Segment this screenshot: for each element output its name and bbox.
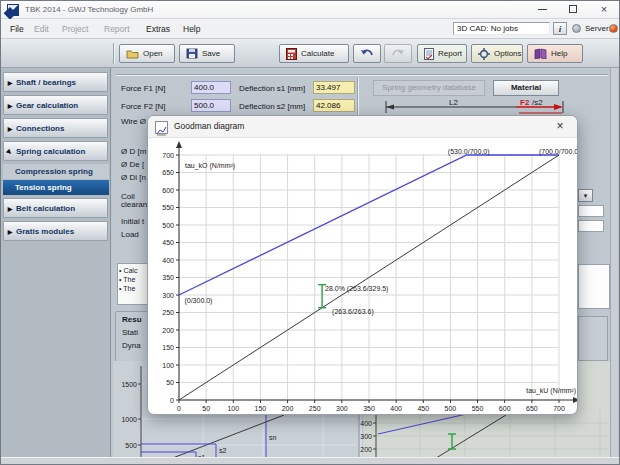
sidebar-item-belt-calculation[interactable]: ▶Belt calculation: [3, 198, 108, 218]
initial-tension-label: Initial t: [121, 217, 144, 226]
svg-text:400: 400: [162, 257, 174, 264]
svg-text:100: 100: [227, 405, 239, 412]
svg-text:300: 300: [162, 292, 174, 299]
svg-text:650: 650: [526, 405, 538, 412]
spring-geometry-database-button[interactable]: Spring geometry database: [373, 80, 485, 96]
diameter-di-label: Ø Di [n: [121, 173, 146, 182]
server-status-led: [609, 24, 618, 33]
report-document-icon: [424, 48, 434, 60]
svg-text:350: 350: [162, 274, 174, 281]
options-button[interactable]: Options: [471, 44, 523, 63]
svg-text:(530.0/700.0): (530.0/700.0): [448, 148, 490, 156]
gear-icon: [478, 48, 490, 60]
menu-edit[interactable]: Edit: [30, 22, 53, 36]
info-button[interactable]: i: [553, 22, 567, 35]
right-input-field[interactable]: [578, 205, 604, 217]
dropdown-button[interactable]: ▼: [578, 189, 593, 202]
svg-text:200: 200: [162, 327, 174, 334]
sidebar: ▶Shaft / bearings ▶Gear calculation ▶Con…: [1, 68, 111, 457]
svg-text:400: 400: [390, 405, 402, 412]
deflection-s1-value: 33.497: [313, 81, 355, 94]
save-button[interactable]: Save: [179, 44, 235, 63]
menu-help[interactable]: Help: [179, 22, 204, 36]
sidebar-item-compression-spring[interactable]: Compression spring: [3, 164, 109, 179]
open-folder-icon: [126, 48, 139, 59]
menu-report[interactable]: Report: [100, 22, 134, 36]
menu-extras[interactable]: Extras: [142, 22, 174, 36]
sidebar-item-spring-calculation[interactable]: ▶Spring calculation: [3, 141, 108, 161]
redo-button[interactable]: [384, 44, 412, 63]
cad-status-field: 3D CAD: No jobs: [453, 22, 550, 35]
close-button[interactable]: ×: [589, 1, 619, 19]
svg-text:0: 0: [177, 405, 181, 412]
svg-text:0: 0: [170, 397, 174, 404]
help-button[interactable]: Help: [527, 44, 583, 63]
svg-text:300: 300: [336, 405, 348, 412]
menu-project[interactable]: Project: [58, 22, 92, 36]
right-group-panel: [578, 264, 610, 309]
menu-bar: File Edit Project Report Extras Help 3D …: [1, 19, 619, 39]
load-label: Load: [121, 230, 139, 239]
left-chart-tick: 500: [125, 442, 137, 449]
status-bar: [1, 457, 619, 465]
help-book-icon: [534, 48, 547, 59]
deflection-s2-label: Deflection s2 [mm]: [239, 102, 305, 111]
collapsed-arrow-icon: ▶: [4, 79, 16, 86]
sidebar-item-tension-spring[interactable]: Tension spring: [3, 180, 109, 195]
maximize-button[interactable]: [558, 1, 588, 19]
toolbar: Open Save Calculate Report Options Help: [1, 39, 619, 68]
sidebar-item-gear-calculation[interactable]: ▶Gear calculation: [3, 95, 108, 115]
svg-text:tau_kO (N/mm²): tau_kO (N/mm²): [185, 162, 235, 170]
svg-text:(0/300.0): (0/300.0): [184, 297, 212, 305]
minimize-button[interactable]: [527, 1, 557, 19]
deflection-s1-label: Deflection s1 [mm]: [239, 84, 305, 93]
app-icon: [7, 4, 19, 16]
dialog-title-bar[interactable]: Goodman diagram ×: [148, 116, 577, 138]
sidebar-item-connections[interactable]: ▶Connections: [3, 118, 108, 138]
svg-text:(700.0/700.0): (700.0/700.0): [539, 148, 577, 156]
svg-text:450: 450: [162, 239, 174, 246]
dialog-close-icon[interactable]: ×: [552, 119, 568, 133]
application-window: TBK 2014 - GWJ Technology GmbH × File Ed…: [0, 0, 620, 465]
title-bar: TBK 2014 - GWJ Technology GmbH ×: [1, 1, 619, 19]
window-title: TBK 2014 - GWJ Technology GmbH: [25, 5, 153, 14]
dim-l2-label: L2: [449, 98, 458, 107]
svg-text:550: 550: [162, 204, 174, 211]
dim-f2-label: F2: [520, 98, 530, 107]
dim-s2-label: /s2: [532, 98, 543, 107]
calculate-button[interactable]: Calculate: [279, 44, 349, 63]
sidebar-item-shaft-bearings[interactable]: ▶Shaft / bearings: [3, 72, 108, 92]
deflection-s2-value: 42.086: [313, 99, 355, 112]
svg-text:600: 600: [499, 405, 511, 412]
svg-text:700: 700: [162, 152, 174, 159]
svg-text:650: 650: [162, 169, 174, 176]
goodman-chart: 0501001502002503003504004505005506006507…: [148, 138, 577, 415]
scroll-gutter: [610, 68, 618, 457]
svg-text:450: 450: [417, 405, 429, 412]
material-button[interactable]: Material: [493, 80, 559, 96]
open-button[interactable]: Open: [119, 44, 175, 63]
svg-text:250: 250: [309, 405, 321, 412]
svg-text:550: 550: [472, 405, 484, 412]
goodman-dialog-icon: [155, 121, 168, 134]
sidebar-item-gratis-modules[interactable]: ▶Gratis modules: [3, 221, 108, 241]
force-f1-label: Force F1 [N]: [121, 84, 165, 93]
undo-arrow-icon: [360, 48, 374, 59]
undo-button[interactable]: [353, 44, 381, 63]
report-button[interactable]: Report: [417, 44, 467, 63]
save-floppy-icon: [186, 48, 198, 59]
svg-text:50: 50: [166, 379, 174, 386]
calculator-icon: [286, 48, 297, 60]
collapsed-arrow-icon: ▶: [4, 228, 16, 235]
right-chart-tick: 400: [360, 420, 372, 427]
right-input-field[interactable]: [578, 220, 604, 232]
svg-text:28.0% (263.6/329.5): 28.0% (263.6/329.5): [325, 285, 388, 293]
menu-file[interactable]: File: [6, 22, 28, 36]
force-f2-input[interactable]: [191, 99, 231, 112]
force-f1-input[interactable]: [191, 81, 231, 94]
diameter-d-label: Ø D [m: [121, 147, 146, 156]
s2-marker-label: s2: [219, 447, 227, 454]
svg-text:500: 500: [162, 222, 174, 229]
left-chart-tick: 1000: [121, 416, 137, 423]
right-group-panel: [578, 316, 608, 361]
